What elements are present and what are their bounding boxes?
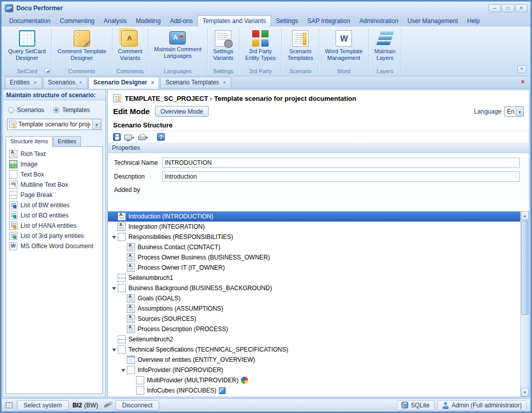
structure-item[interactable]: MS Office Word Document [7, 241, 101, 251]
structure-item[interactable]: List of 3rd party entities [7, 231, 101, 241]
tree-item[interactable]: Business Background (BUSINESS_BACKGROUND… [108, 283, 520, 293]
ribbon-collapse-button[interactable]: ^ [517, 66, 526, 73]
menu-tab[interactable]: Settings [271, 15, 302, 27]
language-combobox[interactable]: En [504, 106, 524, 117]
menu-tab[interactable]: Templates and Variants [197, 15, 272, 27]
document-tab[interactable]: Scenario Designer [88, 77, 160, 89]
minimize-button[interactable]: – [489, 4, 501, 12]
tree-scrollbar[interactable]: ▲ ▼ [520, 211, 529, 397]
overview-mode-button[interactable]: Overview Mode [155, 106, 209, 117]
tab-close-icon[interactable] [33, 80, 36, 85]
tree-item-icon [118, 233, 126, 241]
scroll-down-icon[interactable]: ▼ [521, 388, 529, 397]
scroll-up-icon[interactable]: ▲ [521, 211, 529, 220]
document-tab[interactable]: Entities [5, 77, 42, 88]
tree-item[interactable]: Business Contact (CONTACT) [108, 242, 520, 252]
ribbon-button[interactable]: Maintain Comment Languages [151, 29, 204, 59]
tree-item[interactable]: MultiProvider (MULTIPROVIDER) [108, 375, 520, 385]
print-dropdown-button[interactable] [137, 133, 149, 141]
ribbon-button[interactable]: Settings Variants [210, 29, 237, 61]
tree-item[interactable]: Goals (GOALS) [108, 293, 520, 303]
menu-tab[interactable]: Documentation [5, 15, 55, 27]
tree-item[interactable]: InfoCubes (INFOCUBES) [108, 385, 520, 396]
structure-item-label: MS Office Word Document [20, 243, 93, 250]
disconnect-button[interactable]: Disconnect [116, 400, 159, 410]
language-arrow-button[interactable] [516, 107, 523, 116]
tree-item[interactable]: Overview of entities (ENTITY_OVERVIEW) [108, 355, 520, 365]
structure-items-list: Rich Text Image Text Box Multiline Text … [6, 146, 103, 394]
ribbon-group-caption: 3rd Party [249, 68, 272, 74]
expander-icon[interactable] [110, 233, 118, 241]
ribbon-button[interactable]: Comment Variants [115, 29, 146, 61]
tree-item[interactable]: Process Owner IT (IT_OWNER) [108, 263, 520, 273]
radio-option[interactable]: Scenarios [8, 106, 44, 114]
close-button[interactable]: × [515, 4, 527, 12]
structure-item[interactable]: Rich Text [7, 149, 101, 159]
structure-item[interactable]: List of BO entities [7, 210, 101, 221]
sidebar-tabs: Structure items Entities [3, 133, 105, 146]
document-tab[interactable]: Scenario Templates [160, 77, 231, 88]
tab-close-icon[interactable] [79, 80, 82, 85]
tree-item[interactable]: Responsibilities (RESPONSIBILITIES) [108, 232, 520, 242]
tab-close-icon[interactable] [223, 80, 226, 85]
tab-close-icon[interactable] [151, 80, 154, 85]
tree-item[interactable]: Process Description (PROCESS) [108, 324, 520, 334]
preview-dropdown-button[interactable] [123, 133, 136, 141]
ribbon-button[interactable]: Word Template Management [322, 29, 366, 61]
ribbon-button-label: Comment [118, 48, 143, 55]
tree-item[interactable]: Process Owner Business (BUSINESS_OWNER) [108, 252, 520, 263]
ribbon-button[interactable]: Maintain Layers [371, 29, 399, 61]
save-button[interactable] [112, 133, 122, 141]
expander-icon[interactable] [110, 346, 118, 354]
structure-item[interactable]: List of HANA entities [7, 221, 101, 231]
ribbon-button[interactable]: Scenario Templates [284, 29, 316, 61]
menu-tab[interactable]: Administration [355, 15, 403, 27]
tree-item[interactable]: InfoProvider (INFOPROVIDER) [108, 365, 520, 375]
expander-icon[interactable] [110, 285, 118, 292]
combobox-arrow-button[interactable] [92, 119, 101, 129]
menu-tab[interactable]: User Management [403, 15, 463, 27]
close-active-tab-button[interactable]: × [518, 78, 527, 86]
document-tab[interactable]: Scenarios [43, 77, 87, 88]
tree-item[interactable]: Seitenumbruch1 [108, 273, 520, 283]
tree-item[interactable]: Seitenumbruch2 [108, 334, 520, 344]
radio-option[interactable]: Templates [53, 106, 90, 114]
menu-tab[interactable]: Add-ons [165, 15, 197, 27]
ribbon-button[interactable]: Comment Template Designer [54, 29, 109, 61]
menu-tab[interactable]: Help [462, 15, 484, 27]
ribbon-button[interactable]: 3rd Party Entity Types [242, 29, 279, 61]
structure-item[interactable]: Page Break [7, 190, 101, 200]
structure-item[interactable]: Text Box [7, 169, 101, 180]
tree-item[interactable]: Sources (SOURCES) [108, 314, 520, 324]
tree-item[interactable]: Assumptions (ASSUMPTIONS) [108, 303, 520, 314]
ribbon-button[interactable]: Query SetCard Designer [5, 29, 49, 61]
system-name: BI2 [73, 402, 82, 409]
template-select-combobox[interactable]: Template scenario for project documentat… [7, 119, 101, 130]
sidebar-tab[interactable]: Structure items [6, 136, 53, 147]
tree-item-label: MultiProvider (MULTIPROVIDER) [147, 377, 238, 384]
menu-tab[interactable]: Modeling [131, 15, 165, 27]
select-system-button[interactable]: Select system [17, 400, 69, 410]
scrollbar-thumb[interactable] [521, 221, 528, 315]
sidebar-tab[interactable]: Entities [53, 136, 81, 146]
menu-tab[interactable]: Commenting [55, 15, 99, 27]
radio-icon[interactable] [8, 107, 14, 113]
dialog-launcher-icon[interactable]: ◢ [45, 68, 50, 74]
structure-item[interactable]: Image [7, 159, 101, 169]
tree-item[interactable]: Integration (INTEGRATION) [108, 222, 520, 232]
structure-item[interactable]: List of BW entities [7, 200, 101, 210]
expander-icon[interactable] [119, 366, 127, 374]
tree-item-label: InfoCubes (INFOCUBES) [147, 387, 216, 394]
structure-item[interactable]: Multiline Text Box [7, 180, 101, 190]
scrollbar-track[interactable] [521, 220, 529, 388]
description-input[interactable] [162, 171, 520, 182]
technical-name-input[interactable] [162, 158, 520, 168]
maximize-button[interactable]: □ [502, 4, 514, 12]
tree-item[interactable]: Introduction (INTRODUCTION) [108, 211, 520, 222]
tree-item-label: Overview of entities (ENTITY_OVERVIEW) [138, 356, 255, 363]
tree-item[interactable]: Technical Specifications (TECHNICAL_SPEC… [108, 344, 520, 355]
help-button[interactable] [156, 133, 166, 141]
menu-tab[interactable]: Analysis [99, 15, 131, 27]
menu-tab[interactable]: SAP Integration [303, 15, 355, 27]
radio-icon[interactable] [53, 107, 59, 113]
